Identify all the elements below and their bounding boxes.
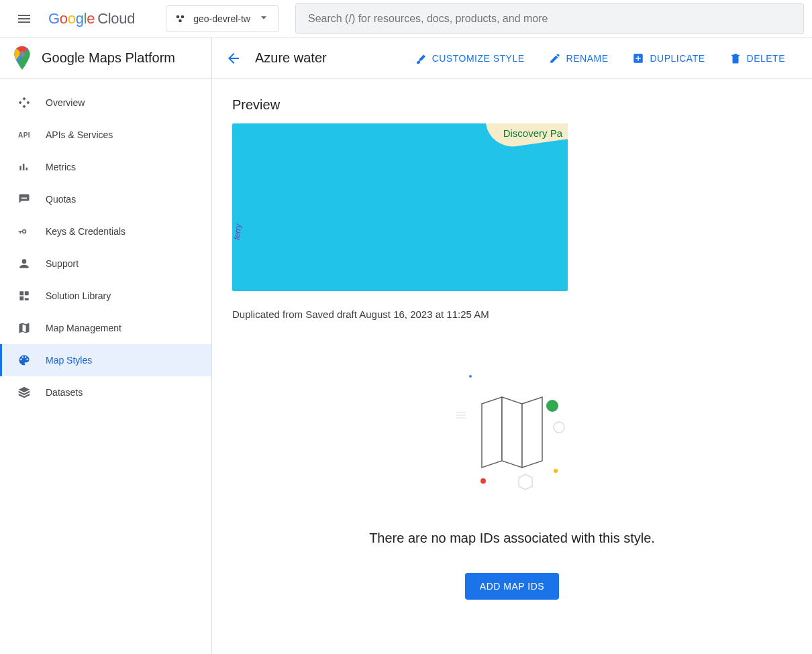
api-icon: API [16,131,32,139]
hamburger-icon [16,11,32,27]
sidebar-item-solution[interactable]: Solution Library [0,280,211,312]
main-body: Preview Discovery Pa ferry Duplicated fr… [212,78,812,618]
sidebar-item-label: Map Management [46,323,121,333]
sidebar-item-apis[interactable]: API APIs & Services [0,119,211,151]
sidebar-item-label: Datasets [46,387,83,398]
svg-point-7 [554,469,558,473]
edit-icon [549,52,561,64]
duplicated-meta: Duplicated from Saved draft August 16, 2… [232,309,792,320]
solution-icon [16,289,32,303]
action-label: CUSTOMIZE STYLE [432,53,525,64]
sidebar: Google Maps Platform Overview API APIs &… [0,38,212,654]
delete-button[interactable]: DELETE [729,52,785,64]
search-input[interactable] [307,12,793,25]
sidebar-item-map-styles[interactable]: Map Styles [0,344,211,376]
map-place-label: Discovery Pa [503,127,562,139]
top-header: Google Cloud geo-devrel-tw [0,0,812,38]
sidebar-item-label: APIs & Services [46,129,113,140]
svg-point-4 [469,375,472,378]
sidebar-item-label: Quotas [46,194,76,205]
svg-point-5 [546,400,558,412]
sidebar-item-label: Overview [46,97,85,108]
rename-button[interactable]: RENAME [549,52,609,64]
arrow-back-icon [225,50,242,66]
svg-point-1 [181,15,185,19]
sidebar-item-metrics[interactable]: Metrics [0,151,211,183]
sidebar-item-overview[interactable]: Overview [0,87,211,119]
svg-point-0 [176,15,180,19]
metrics-icon [16,160,32,174]
google-cloud-logo[interactable]: Google Cloud [48,10,135,28]
page-title: Azure water [255,50,327,66]
back-button[interactable] [225,50,242,66]
svg-marker-10 [482,397,502,468]
svg-marker-11 [502,397,522,468]
project-icon [174,13,187,25]
sidebar-nav: Overview API APIs & Services Metrics Quo… [0,78,211,408]
map-management-icon [16,321,32,335]
sidebar-item-keys[interactable]: Keys & Credentials [0,215,211,248]
sidebar-item-support[interactable]: Support [0,248,211,280]
svg-marker-9 [519,474,532,490]
keys-icon [16,225,32,238]
project-name: geo-devrel-tw [193,13,250,24]
sidebar-item-label: Solution Library [46,290,111,301]
svg-point-3 [19,51,25,56]
delete-icon [729,52,742,64]
maps-pin-icon [13,46,31,70]
menu-button[interactable] [8,3,40,35]
sidebar-item-label: Metrics [46,162,76,172]
duplicate-button[interactable]: DUPLICATE [632,52,705,64]
overview-icon [16,96,32,109]
search-bar[interactable] [295,3,804,34]
dropdown-icon [257,11,270,27]
datasets-icon [16,386,32,399]
sidebar-item-map-management[interactable]: Map Management [0,312,211,344]
svg-point-2 [179,19,182,23]
quotas-icon [16,193,32,206]
add-map-ids-button[interactable]: ADD MAP IDS [465,573,559,600]
action-label: RENAME [566,53,609,64]
project-selector[interactable]: geo-devrel-tw [166,5,279,32]
action-label: DUPLICATE [650,53,705,64]
customize-style-button[interactable]: CUSTOMIZE STYLE [415,52,525,64]
main-panel: Azure water CUSTOMIZE STYLE RENAME DUPLI… [212,38,812,654]
empty-state: There are no map IDs associated with thi… [232,367,792,600]
duplicate-icon [632,52,644,64]
sidebar-item-label: Map Styles [46,355,92,366]
map-styles-icon [16,353,32,367]
svg-marker-12 [522,397,542,468]
svg-point-6 [554,422,564,433]
empty-state-text: There are no map IDs associated with thi… [369,531,655,546]
page-actions: CUSTOMIZE STYLE RENAME DUPLICATE DELETE [415,52,799,64]
svg-point-8 [480,478,486,484]
preview-heading: Preview [232,97,792,113]
brush-icon [415,52,427,64]
page-bar: Azure water CUSTOMIZE STYLE RENAME DUPLI… [212,38,812,78]
map-ferry-label: ferry [232,223,243,240]
sidebar-header: Google Maps Platform [0,38,211,78]
empty-illustration [448,367,576,494]
action-label: DELETE [747,53,785,64]
sidebar-title: Google Maps Platform [42,50,175,66]
sidebar-item-label: Keys & Credentials [46,226,125,237]
sidebar-item-label: Support [46,258,79,269]
support-icon [16,257,32,270]
sidebar-item-datasets[interactable]: Datasets [0,376,211,408]
sidebar-item-quotas[interactable]: Quotas [0,183,211,215]
map-preview: Discovery Pa ferry [232,123,568,291]
